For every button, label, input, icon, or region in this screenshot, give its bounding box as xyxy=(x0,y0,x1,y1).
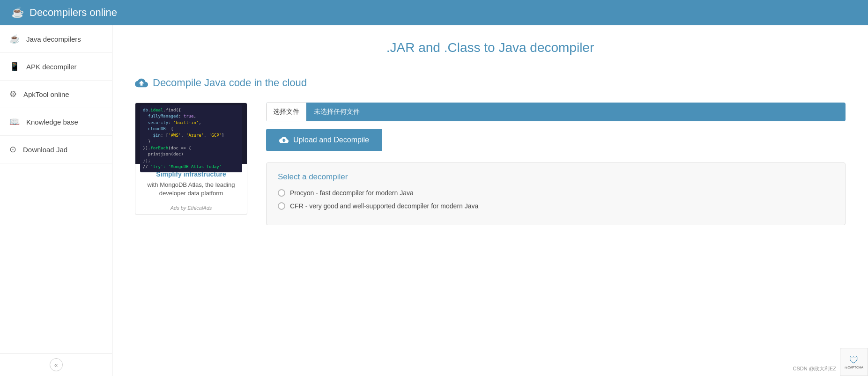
sidebar-item-apk-decompiler[interactable]: 📱 APK decompiler xyxy=(0,53,112,81)
decompiler-option-procyon[interactable]: Procyon - fast decompiler for modern Jav… xyxy=(278,189,834,197)
coffee-icon: ☕ xyxy=(9,34,20,44)
app-title: Decompilers online xyxy=(30,7,117,19)
decompiler-cfr-label: CFR - very good and well-supported decom… xyxy=(290,202,478,210)
cloud-upload-icon xyxy=(135,76,148,89)
decompiler-option-cfr[interactable]: CFR - very good and well-supported decom… xyxy=(278,202,834,210)
sidebar-item-knowledge-base[interactable]: 📖 Knowledge base xyxy=(0,108,112,136)
app-layout: ☕ Java decompilers 📱 APK decompiler ⚙ Ap… xyxy=(0,25,868,376)
ad-card: 🍃 MongoDB db.ideal.find({ fullyManaged: … xyxy=(135,103,247,215)
gear-icon: ⚙ xyxy=(9,89,17,99)
sidebar-item-label: ApkTool online xyxy=(23,90,69,98)
radio-cfr[interactable] xyxy=(278,202,285,210)
recaptcha-icon: 🛡 xyxy=(849,355,859,366)
ad-code-block: db.ideal.find({ fullyManaged: true, secu… xyxy=(140,105,242,172)
chevron-left-icon: « xyxy=(50,358,63,371)
title-divider xyxy=(135,63,846,63)
ad-footer: Ads by EthicalAds xyxy=(135,201,247,214)
csdn-watermark: CSDN @欣大利EZ xyxy=(793,365,836,372)
sidebar-item-label: Java decompilers xyxy=(26,35,81,43)
recaptcha-badge: 🛡 reCAPTCHA xyxy=(840,348,868,376)
main-columns: 🍃 MongoDB db.ideal.find({ fullyManaged: … xyxy=(135,103,846,225)
ad-description: with MongoDB Atlas, the leading develope… xyxy=(141,181,241,198)
file-choose-button[interactable]: 选择文件 xyxy=(266,103,306,121)
ad-image: 🍃 MongoDB db.ideal.find({ fullyManaged: … xyxy=(135,103,247,164)
sidebar-item-download-jad[interactable]: ⊙ Download Jad xyxy=(0,136,112,163)
cloud-section-label: Decompile Java code in the cloud xyxy=(153,77,307,89)
main-content: .JAR and .Class to Java decompiler Decom… xyxy=(112,25,868,376)
book-icon: 📖 xyxy=(9,117,20,127)
cloud-section-title: Decompile Java code in the cloud xyxy=(135,76,846,89)
sidebar-item-apktool-online[interactable]: ⚙ ApkTool online xyxy=(0,81,112,108)
decompiler-procyon-label: Procyon - fast decompiler for modern Jav… xyxy=(290,189,414,197)
upload-section: 选择文件 未选择任何文件 Upload and Decompile Select… xyxy=(266,103,846,225)
upload-decompile-button[interactable]: Upload and Decompile xyxy=(266,129,382,151)
radio-procyon[interactable] xyxy=(278,189,285,197)
download-circle-icon: ⊙ xyxy=(9,144,16,155)
sidebar: ☕ Java decompilers 📱 APK decompiler ⚙ Ap… xyxy=(0,25,112,376)
phone-icon: 📱 xyxy=(9,61,20,72)
upload-button-label: Upload and Decompile xyxy=(293,136,369,144)
sidebar-item-label: APK decompiler xyxy=(26,63,77,71)
upload-icon xyxy=(279,135,289,145)
page-title: .JAR and .Class to Java decompiler xyxy=(135,40,846,55)
logo-icon: ☕ xyxy=(11,7,24,19)
file-no-selection-label: 未选择任何文件 xyxy=(306,103,846,121)
sidebar-item-label: Knowledge base xyxy=(26,118,78,126)
decompiler-selection-box: Select a decompiler Procyon - fast decom… xyxy=(266,162,846,225)
file-input-row: 选择文件 未选择任何文件 xyxy=(266,103,846,121)
app-header: ☕ Decompilers online xyxy=(0,0,868,25)
sidebar-item-java-decompilers[interactable]: ☕ Java decompilers xyxy=(0,25,112,53)
decompiler-section-title: Select a decompiler xyxy=(278,172,834,182)
sidebar-item-label: Download Jad xyxy=(23,146,67,154)
sidebar-collapse-button[interactable]: « xyxy=(0,353,112,376)
